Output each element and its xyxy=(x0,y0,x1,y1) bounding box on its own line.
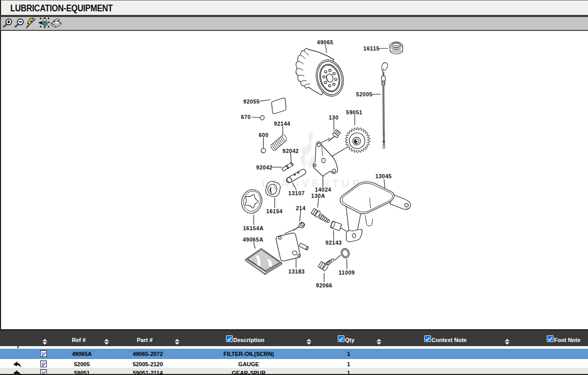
svg-text:130A: 130A xyxy=(311,193,325,199)
svg-text:16154: 16154 xyxy=(266,208,283,214)
svg-text:13183: 13183 xyxy=(288,268,305,275)
svg-text:52005: 52005 xyxy=(356,91,373,97)
svg-text:49065: 49065 xyxy=(317,39,334,45)
svg-text:600: 600 xyxy=(258,132,268,138)
svg-text:92143: 92143 xyxy=(325,240,342,246)
svg-text:130: 130 xyxy=(328,114,338,121)
svg-text:13107: 13107 xyxy=(288,190,305,196)
svg-text:16115: 16115 xyxy=(364,45,379,52)
svg-text:49065A: 49065A xyxy=(243,236,263,243)
svg-text:16154A: 16154A xyxy=(243,225,264,231)
svg-text:59051: 59051 xyxy=(346,109,362,115)
svg-text:92042: 92042 xyxy=(283,148,299,154)
svg-text:14024: 14024 xyxy=(315,186,332,193)
svg-text:92144: 92144 xyxy=(274,121,290,127)
svg-text:92055: 92055 xyxy=(244,98,260,105)
svg-text:670: 670 xyxy=(241,114,251,120)
svg-text:214: 214 xyxy=(296,205,305,211)
svg-text:92042: 92042 xyxy=(256,164,273,171)
svg-text:11009: 11009 xyxy=(339,269,355,276)
svg-text:92066: 92066 xyxy=(316,282,333,288)
svg-text:13045: 13045 xyxy=(375,173,392,179)
